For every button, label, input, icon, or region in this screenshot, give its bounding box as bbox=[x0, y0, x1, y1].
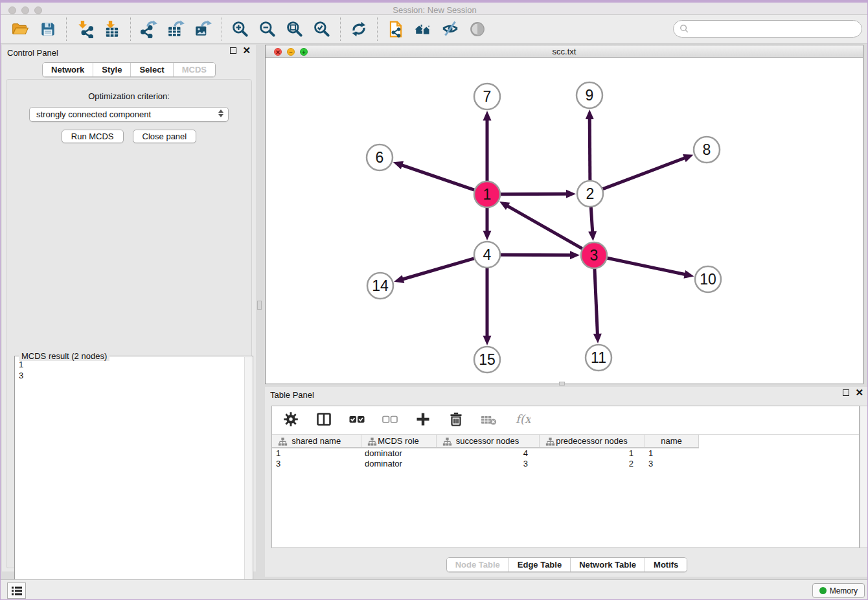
node-label-11: 11 bbox=[591, 349, 606, 366]
select-all-checkboxes-button[interactable] bbox=[348, 411, 365, 430]
cell-name[interactable]: 3 bbox=[645, 458, 698, 468]
cell-predecessor-nodes[interactable]: 2 bbox=[539, 458, 645, 468]
edge-1-2[interactable] bbox=[501, 194, 568, 194]
node-label-14: 14 bbox=[372, 277, 389, 294]
table-row[interactable]: 1dominator411 bbox=[272, 448, 859, 458]
export-image-button[interactable] bbox=[192, 18, 214, 40]
edge-3-1[interactable] bbox=[507, 205, 582, 249]
edge-arrow-1-2 bbox=[566, 190, 576, 198]
cell-successor-nodes[interactable]: 4 bbox=[436, 448, 539, 458]
column-namespace-icon bbox=[545, 437, 555, 446]
deselect-all-checkboxes-icon bbox=[382, 411, 398, 428]
column-header-successor-nodes[interactable]: successor nodes bbox=[436, 435, 539, 448]
float-table-panel-icon[interactable] bbox=[843, 389, 849, 396]
close-panel-button[interactable]: Close panel bbox=[133, 130, 197, 143]
network-from-selection-button[interactable] bbox=[385, 18, 407, 40]
delete-column-button[interactable] bbox=[448, 411, 464, 430]
edge-arrow-1-7 bbox=[483, 111, 492, 121]
show-column-panel-button[interactable] bbox=[315, 411, 332, 430]
zoom-in-button[interactable] bbox=[229, 18, 251, 40]
open-session-button[interactable] bbox=[10, 18, 32, 40]
apply-layout-button[interactable] bbox=[348, 18, 370, 40]
search-input[interactable] bbox=[673, 20, 862, 38]
zoom-out-button[interactable] bbox=[257, 18, 279, 40]
edge-arrow-3-10 bbox=[683, 270, 694, 279]
tab-edge-table[interactable]: Edge Table bbox=[508, 558, 570, 571]
splitter-handle-horizontal[interactable] bbox=[559, 382, 565, 386]
node-label-15: 15 bbox=[479, 351, 496, 368]
save-session-button[interactable] bbox=[37, 18, 59, 40]
first-neighbors-button[interactable] bbox=[412, 18, 434, 40]
control-panel-title: Control Panel bbox=[7, 48, 58, 58]
edge-4-14[interactable] bbox=[402, 259, 474, 280]
table-toolbar: f(x) bbox=[272, 406, 859, 435]
zoom-selected-button[interactable] bbox=[311, 18, 333, 40]
run-mcds-button[interactable]: Run MCDS bbox=[62, 130, 124, 143]
memory-status-icon bbox=[819, 587, 827, 594]
hide-selected-button[interactable] bbox=[439, 18, 461, 40]
cell-shared-name[interactable]: 3 bbox=[272, 458, 361, 468]
edge-4-3[interactable] bbox=[501, 255, 572, 255]
close-table-panel-icon[interactable]: ✕ bbox=[855, 389, 863, 396]
cell-MCDS-role[interactable]: dominator bbox=[361, 458, 436, 468]
zoom-fit-button[interactable] bbox=[284, 18, 306, 40]
network-view-window: ✕ − + scc.txt 7968124314101511 bbox=[265, 45, 863, 384]
import-network-button[interactable] bbox=[74, 18, 96, 40]
edge-3-10[interactable] bbox=[608, 258, 687, 275]
table-scrollbar[interactable] bbox=[860, 406, 868, 548]
edge-1-6[interactable] bbox=[400, 165, 474, 190]
first-neighbors-icon bbox=[414, 20, 432, 38]
result-scrollbar[interactable] bbox=[244, 357, 252, 600]
cell-successor-nodes[interactable]: 3 bbox=[436, 458, 539, 468]
delete-table-icon bbox=[481, 411, 497, 428]
cell-MCDS-role[interactable]: dominator bbox=[361, 448, 436, 458]
export-image-icon bbox=[194, 20, 212, 38]
edge-3-11[interactable] bbox=[595, 269, 598, 336]
task-history-button[interactable] bbox=[7, 583, 26, 599]
table-options-gear-button[interactable] bbox=[282, 411, 299, 430]
import-table-button[interactable] bbox=[101, 18, 123, 40]
table-panel-tabs: Node TableEdge TableNetwork TableMotifs bbox=[446, 557, 688, 572]
tab-style[interactable]: Style bbox=[93, 63, 130, 76]
close-panel-icon[interactable]: ✕ bbox=[242, 47, 251, 54]
export-network-button[interactable] bbox=[138, 18, 160, 40]
mcds-panel: Optimization criterion: strongly connect… bbox=[6, 79, 252, 568]
tab-motifs[interactable]: Motifs bbox=[645, 558, 687, 571]
toolbar-separator bbox=[340, 17, 341, 41]
deselect-all-checkboxes-button[interactable] bbox=[382, 411, 398, 430]
tab-network[interactable]: Network bbox=[43, 63, 93, 76]
search-icon bbox=[680, 24, 689, 34]
mcds-result-text[interactable]: 1 3 bbox=[16, 358, 244, 600]
zoom-fit-icon bbox=[286, 20, 304, 38]
float-panel-icon[interactable] bbox=[230, 47, 236, 54]
edge-2-9[interactable] bbox=[589, 117, 590, 180]
edge-2-8[interactable] bbox=[603, 157, 687, 189]
cell-shared-name[interactable]: 1 bbox=[272, 448, 361, 458]
cell-name[interactable]: 1 bbox=[645, 448, 698, 458]
optimization-criterion-value: strongly connected component bbox=[36, 110, 151, 119]
splitter-handle-vertical[interactable] bbox=[257, 301, 262, 310]
column-header-shared-name[interactable]: shared name bbox=[272, 435, 361, 448]
node-label-3: 3 bbox=[590, 247, 599, 264]
table-row[interactable]: 3dominator323 bbox=[272, 458, 859, 468]
node-label-8: 8 bbox=[703, 141, 711, 158]
memory-button[interactable]: Memory bbox=[812, 583, 865, 598]
tab-network-table[interactable]: Network Table bbox=[570, 558, 645, 571]
column-header-predecessor-nodes[interactable]: predecessor nodes bbox=[539, 435, 645, 448]
tab-select[interactable]: Select bbox=[130, 63, 172, 76]
show-column-panel-icon bbox=[315, 411, 332, 428]
tab-node-table[interactable]: Node Table bbox=[447, 558, 508, 571]
open-session-icon bbox=[12, 20, 30, 38]
add-column-button[interactable] bbox=[415, 411, 431, 430]
node-table-container: f(x) shared nameMCDS rolesuccessor nodes… bbox=[271, 406, 860, 548]
tab-mcds[interactable]: MCDS bbox=[173, 63, 215, 76]
edge-arrow-1-4 bbox=[483, 231, 492, 240]
node-label-9: 9 bbox=[586, 87, 594, 104]
network-canvas[interactable]: 7968124314101511 bbox=[266, 58, 863, 384]
cell-predecessor-nodes[interactable]: 1 bbox=[539, 448, 645, 458]
column-header-MCDS-role[interactable]: MCDS role bbox=[361, 435, 436, 448]
column-header-name[interactable]: name bbox=[645, 435, 698, 448]
optimization-criterion-select[interactable]: strongly connected component bbox=[29, 107, 229, 122]
export-table-button[interactable] bbox=[165, 18, 187, 40]
edge-2-3[interactable] bbox=[591, 207, 593, 233]
